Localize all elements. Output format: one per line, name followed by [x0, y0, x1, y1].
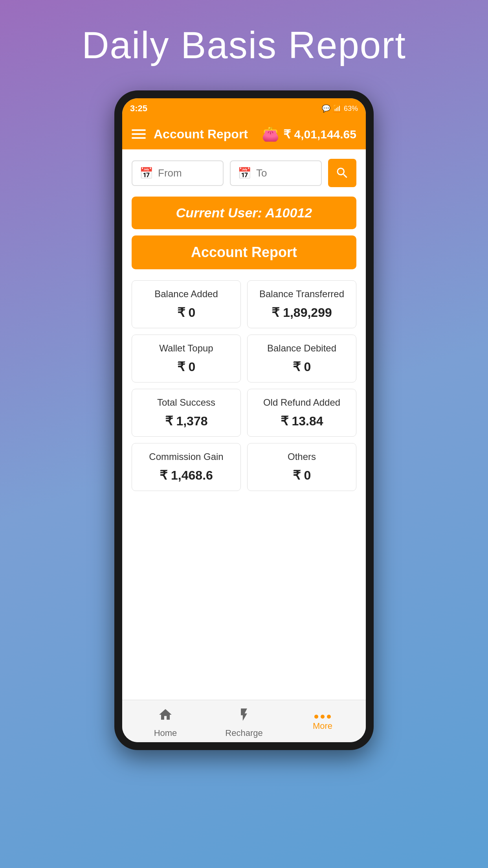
- battery-icon: 63%: [344, 105, 358, 113]
- stat-card-6: Commission Gain ₹ 1,468.6: [132, 443, 241, 491]
- nav-label-more: More: [313, 721, 332, 731]
- stat-value-2: ₹ 0: [140, 359, 233, 374]
- stat-value-0: ₹ 0: [140, 305, 233, 320]
- hamburger-menu[interactable]: [132, 129, 146, 139]
- phone-screen: 3:25 💬 📶 63% Account Report 👛 ₹ 4,01,144…: [122, 98, 366, 742]
- more-dot-1: [314, 715, 318, 719]
- status-time: 3:25: [130, 103, 147, 114]
- nav-label-recharge: Recharge: [225, 728, 262, 738]
- wallet-icon: 👛: [262, 126, 279, 142]
- user-banner-text: Current User: A10012: [176, 205, 312, 220]
- status-icons: 💬 📶 63%: [322, 104, 358, 113]
- search-button[interactable]: [328, 159, 356, 187]
- user-banner: Current User: A10012: [132, 197, 356, 229]
- to-date-wrap[interactable]: 📅: [230, 160, 322, 186]
- hamburger-line-3: [132, 137, 146, 139]
- stat-label-5: Old Refund Added: [255, 397, 348, 408]
- stat-card-7: Others ₹ 0: [247, 443, 356, 491]
- home-icon: [158, 707, 173, 726]
- calendar-from-icon: 📅: [139, 167, 153, 180]
- stats-grid: Balance Added ₹ 0 Balance Transferred ₹ …: [132, 280, 356, 491]
- header-left: Account Report: [132, 127, 248, 142]
- stat-label-1: Balance Transferred: [255, 289, 348, 300]
- page-title: Daily Basis Report: [82, 24, 406, 67]
- stat-label-6: Commission Gain: [140, 451, 233, 462]
- stat-card-3: Balance Debited ₹ 0: [247, 335, 356, 383]
- header-balance: 👛 ₹ 4,01,144.65: [262, 126, 356, 142]
- stat-card-0: Balance Added ₹ 0: [132, 280, 241, 328]
- stat-card-1: Balance Transferred ₹ 1,89,299: [247, 280, 356, 328]
- status-bar: 3:25 💬 📶 63%: [122, 98, 366, 119]
- signal-icon: 📶: [333, 104, 341, 113]
- stat-label-7: Others: [255, 451, 348, 462]
- account-report-banner[interactable]: Account Report: [132, 235, 356, 269]
- recharge-icon: [237, 707, 251, 726]
- bottom-nav: Home Recharge More: [122, 700, 366, 742]
- date-filters: 📅 📅: [132, 159, 356, 187]
- more-icon: [314, 715, 331, 719]
- nav-label-home: Home: [154, 728, 177, 738]
- stat-label-0: Balance Added: [140, 289, 233, 300]
- phone-shell: 3:25 💬 📶 63% Account Report 👛 ₹ 4,01,144…: [114, 90, 374, 750]
- account-report-banner-text: Account Report: [191, 244, 297, 260]
- stat-label-4: Total Success: [140, 397, 233, 408]
- app-header: Account Report 👛 ₹ 4,01,144.65: [122, 119, 366, 149]
- stat-card-4: Total Success ₹ 1,378: [132, 389, 241, 437]
- main-content: 📅 📅 Current User: A10012 A: [122, 149, 366, 700]
- stat-value-6: ₹ 1,468.6: [140, 468, 233, 483]
- more-dot-2: [321, 715, 325, 719]
- whatsapp-icon: 💬: [322, 104, 330, 113]
- to-date-input[interactable]: [256, 167, 314, 179]
- stat-card-5: Old Refund Added ₹ 13.84: [247, 389, 356, 437]
- nav-item-more[interactable]: More: [283, 715, 362, 731]
- nav-item-home[interactable]: Home: [126, 707, 205, 738]
- stat-label-2: Wallet Topup: [140, 343, 233, 354]
- stat-value-5: ₹ 13.84: [255, 414, 348, 428]
- nav-item-recharge[interactable]: Recharge: [205, 707, 283, 738]
- stat-card-2: Wallet Topup ₹ 0: [132, 335, 241, 383]
- stat-value-1: ₹ 1,89,299: [255, 305, 348, 320]
- header-title: Account Report: [154, 127, 248, 142]
- stat-value-7: ₹ 0: [255, 468, 348, 483]
- from-date-wrap[interactable]: 📅: [132, 160, 224, 186]
- search-icon: [335, 166, 349, 180]
- stat-label-3: Balance Debited: [255, 343, 348, 354]
- hamburger-line-1: [132, 129, 146, 131]
- calendar-to-icon: 📅: [238, 167, 251, 180]
- balance-amount: ₹ 4,01,144.65: [283, 127, 356, 141]
- more-dot-3: [327, 715, 331, 719]
- from-date-input[interactable]: [158, 167, 216, 179]
- hamburger-line-2: [132, 133, 146, 135]
- stat-value-4: ₹ 1,378: [140, 414, 233, 428]
- stat-value-3: ₹ 0: [255, 359, 348, 374]
